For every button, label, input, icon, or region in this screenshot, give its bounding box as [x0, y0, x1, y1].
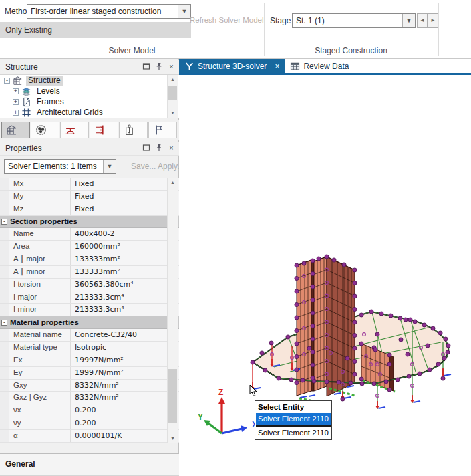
collapse-icon[interactable]: - — [1, 219, 7, 225]
general-pane-header[interactable]: General — [0, 453, 179, 476]
tree-expander[interactable]: + — [13, 110, 19, 116]
property-group-label: Material properties — [10, 318, 79, 326]
property-value[interactable]: 213333.3cm⁴ — [71, 304, 179, 316]
chevron-down-icon[interactable]: ▼ — [402, 14, 415, 27]
stage-previous-button[interactable]: ◄ — [417, 13, 428, 28]
scroll-down-icon[interactable]: ▼ — [168, 108, 178, 118]
property-label: Mx — [9, 178, 71, 190]
property-value[interactable]: 0.200 — [71, 404, 179, 416]
row-gutter — [0, 367, 9, 379]
grids-icon — [21, 108, 31, 118]
pin-icon[interactable] — [154, 62, 164, 72]
property-row: I torsion 360563.380cm⁴ — [0, 279, 179, 291]
stage-combobox[interactable]: St. 1 (1) ▼ — [292, 13, 416, 28]
structure-pane-header: Structure × — [0, 60, 179, 74]
ellipsis-label: … — [107, 127, 113, 134]
property-group-header[interactable]: - Section properties — [0, 216, 179, 229]
property-value[interactable]: 360563.380cm⁴ — [71, 279, 179, 291]
collapse-icon[interactable]: - — [1, 320, 7, 326]
property-value[interactable]: 160000mm² — [71, 241, 179, 253]
table-icon — [290, 62, 300, 71]
property-group-header[interactable]: - Material properties — [0, 316, 179, 329]
solver-3d-viewport[interactable]: Z X Y Select Entity Solver Element 2110 … — [179, 75, 471, 458]
property-value[interactable]: 19997N/mm² — [71, 354, 179, 366]
tree-expander[interactable]: - — [4, 78, 10, 84]
tree-item-levels[interactable]: + Levels — [0, 86, 179, 96]
property-value[interactable]: 8332N/mm² — [71, 392, 179, 404]
maximize-icon[interactable] — [141, 62, 151, 72]
property-row: I minor 213333.3cm⁴ — [0, 304, 179, 316]
ellipsis-label: … — [19, 127, 25, 134]
property-value[interactable]: 213333.3cm⁴ — [71, 291, 179, 304]
mouse-cursor — [249, 384, 259, 397]
property-value[interactable]: 133333mm² — [71, 253, 179, 265]
property-value[interactable]: 0.0000101/K — [71, 430, 179, 442]
property-value[interactable]: 8332N/mm² — [71, 380, 179, 392]
groups-circle-icon — [35, 124, 47, 136]
property-value[interactable]: 0.200 — [71, 417, 179, 429]
ellipsis-label: … — [48, 127, 54, 134]
property-row: νy 0.200 — [0, 417, 179, 430]
property-row: My Fixed — [0, 191, 179, 203]
scrollbar-thumb[interactable] — [168, 369, 177, 423]
refresh-solver-model-button[interactable]: Refresh Solver Model — [190, 16, 263, 24]
toolbar-button[interactable]: … — [148, 122, 177, 138]
row-gutter — [0, 228, 9, 240]
chevron-down-icon[interactable]: ▼ — [178, 5, 190, 18]
annotation-flag-icon — [153, 124, 164, 136]
property-row: Ex 19997N/mm² — [0, 354, 179, 367]
save-button[interactable]: Save... — [131, 162, 156, 171]
property-row: Gxz | Gyz 8332N/mm² — [0, 392, 179, 404]
close-icon[interactable]: × — [275, 62, 279, 70]
tree-scrollbar[interactable]: ▲ ▼ — [167, 75, 178, 118]
property-value[interactable]: 19997N/mm² — [71, 367, 179, 379]
tree-item-architectural-grids[interactable]: + Architectural Grids — [0, 107, 179, 118]
property-value[interactable]: Fixed — [71, 203, 179, 215]
scroll-down-icon[interactable]: ▼ — [168, 434, 178, 443]
row-gutter — [0, 279, 9, 291]
tree-expander[interactable]: + — [13, 88, 19, 94]
tab-review-data[interactable]: Review Data — [285, 59, 354, 73]
scroll-up-icon[interactable]: ▲ — [168, 75, 178, 84]
properties-selector-row: Solver Elements: 1 items ▼ Save... Apply… — [0, 158, 179, 175]
toolbar-button[interactable]: … — [90, 122, 118, 138]
method-combobox[interactable]: First-order linear staged construction ▼ — [27, 4, 191, 19]
property-value[interactable]: Isotropic — [71, 342, 179, 354]
tooltip-option-selected[interactable]: Solver Element 2110 — [256, 413, 331, 425]
properties-selector-combobox[interactable]: Solver Elements: 1 items ▼ — [4, 159, 116, 174]
tree-item-structure[interactable]: - Structure — [0, 75, 179, 86]
stage-next-button[interactable]: ► — [428, 13, 438, 28]
toolbar-button[interactable]: … — [31, 122, 59, 138]
ribbon-group-separator — [438, 3, 439, 56]
only-existing-toggle[interactable]: Only Existing — [0, 22, 191, 38]
close-icon[interactable]: × — [166, 144, 176, 153]
ribbon: Method First-order linear staged constru… — [0, 0, 471, 59]
property-value[interactable]: Concrete-C32/40 — [71, 329, 179, 341]
pin-icon[interactable] — [154, 144, 164, 153]
property-value[interactable]: Fixed — [71, 191, 179, 203]
tooltip-option[interactable]: Solver Element 2110 — [256, 427, 331, 439]
maximize-icon[interactable] — [141, 144, 151, 153]
model-view-toolbar: … … … … … … — [0, 120, 179, 140]
row-gutter — [0, 329, 9, 341]
scrollbar-thumb[interactable] — [168, 86, 177, 100]
toolbar-button[interactable]: … — [60, 122, 89, 138]
property-label: Mz — [9, 203, 71, 215]
tab-structure-3d-solver[interactable]: Structure 3D-solver × — [179, 59, 285, 73]
row-gutter — [0, 253, 9, 265]
tree-item-label: Frames — [35, 97, 66, 107]
grid-scrollbar[interactable]: ▲ ▼ — [167, 178, 178, 443]
toolbar-button[interactable]: … — [119, 122, 148, 138]
property-row: A ∥ major 133333mm² — [0, 253, 179, 266]
tree-item-frames[interactable]: + Frames — [0, 96, 179, 107]
close-icon[interactable]: × — [166, 62, 176, 72]
property-label: Material type — [9, 342, 71, 354]
property-value[interactable]: Fixed — [71, 178, 179, 190]
toolbar-button[interactable]: … — [1, 122, 30, 138]
ribbon-group-caption-solver-model: Solver Model — [0, 46, 264, 55]
tree-expander[interactable]: + — [13, 99, 19, 105]
chevron-down-icon[interactable]: ▼ — [103, 160, 116, 173]
property-value[interactable]: 400x400-2 — [71, 228, 179, 240]
scroll-up-icon[interactable]: ▲ — [168, 178, 178, 187]
property-value[interactable]: 133333mm² — [71, 266, 179, 278]
